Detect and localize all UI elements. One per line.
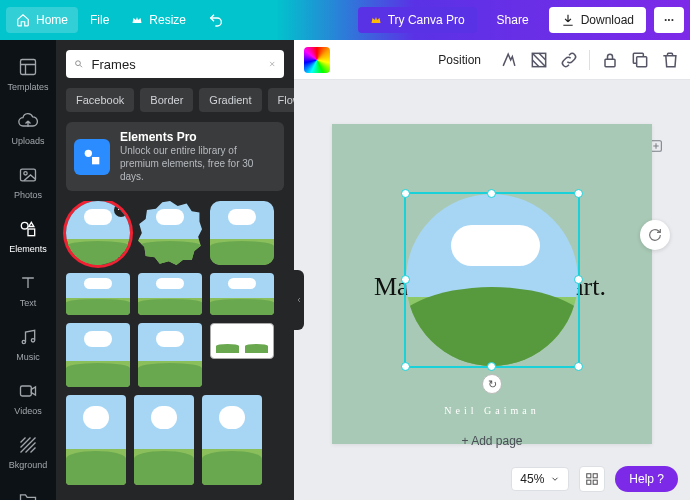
canvas-area: Position Make art. Neil Gaiman: [294, 40, 690, 500]
elements-icon: [17, 218, 39, 240]
elements-panel: Facebook Border Gradient Flowers Element…: [56, 40, 294, 500]
rail-templates[interactable]: Templates: [0, 48, 56, 100]
photos-icon: [17, 164, 39, 186]
frame-blob[interactable]: [138, 201, 202, 265]
lock-icon[interactable]: [600, 50, 620, 70]
rail-folders[interactable]: Folders: [0, 480, 56, 500]
frame-portrait-1[interactable]: [66, 395, 126, 485]
topbar-right: Try Canva Pro Share Download ···: [358, 7, 684, 33]
link-icon[interactable]: [559, 50, 579, 70]
chip-gradient[interactable]: Gradient: [199, 88, 261, 112]
svg-point-3: [21, 222, 28, 229]
chip-flowers[interactable]: Flowers: [268, 88, 294, 112]
search-input[interactable]: [92, 57, 260, 72]
search-box[interactable]: [66, 50, 284, 78]
share-button[interactable]: Share: [485, 7, 541, 33]
frame-rounded-square[interactable]: [210, 201, 274, 265]
download-label: Download: [581, 13, 634, 27]
search-area: [56, 40, 294, 88]
download-button[interactable]: Download: [549, 7, 646, 33]
videos-icon: [17, 380, 39, 402]
frame-portrait-3[interactable]: [202, 395, 262, 485]
crown-icon: [370, 14, 382, 26]
zoom-value: 45%: [520, 472, 544, 486]
undo-button[interactable]: [198, 6, 234, 34]
sync-icon[interactable]: ↻: [482, 374, 502, 394]
rail-elements[interactable]: Elements: [0, 210, 56, 262]
try-pro-button[interactable]: Try Canva Pro: [358, 7, 477, 33]
canvas-author[interactable]: Neil Gaiman: [332, 405, 652, 416]
svg-rect-18: [593, 474, 597, 478]
promo-text: Elements Pro Unlock our entire library o…: [120, 130, 276, 183]
svg-rect-12: [605, 59, 615, 66]
duplicate-icon[interactable]: [630, 50, 650, 70]
item-more-icon[interactable]: ⋯: [114, 203, 128, 217]
rail-label: Bkground: [9, 460, 48, 470]
resize-menu[interactable]: Resize: [121, 7, 196, 33]
promo-subtitle: Unlock our entire library of premium ele…: [120, 144, 276, 183]
resize-handle-s[interactable]: [487, 362, 496, 371]
resize-handle-n[interactable]: [487, 189, 496, 198]
rail-label: Music: [16, 352, 40, 362]
frame-square-1[interactable]: [66, 323, 130, 387]
uploads-icon: [17, 110, 39, 132]
frame-landscape-2[interactable]: [138, 273, 202, 315]
svg-rect-7: [21, 386, 32, 396]
stage[interactable]: Make art. Neil Gaiman: [294, 80, 690, 500]
home-button[interactable]: Home: [6, 7, 78, 33]
resize-handle-se[interactable]: [574, 362, 583, 371]
rail-uploads[interactable]: Uploads: [0, 102, 56, 154]
resize-handle-e[interactable]: [574, 275, 583, 284]
grid-view-button[interactable]: [579, 466, 605, 492]
clear-icon[interactable]: [268, 57, 276, 71]
frame-square-2[interactable]: [138, 323, 202, 387]
folders-icon: [17, 488, 39, 500]
promo-icon: [74, 139, 110, 175]
share-label: Share: [497, 13, 529, 27]
rail-label: Uploads: [11, 136, 44, 146]
delete-icon[interactable]: [660, 50, 680, 70]
resize-handle-sw[interactable]: [401, 362, 410, 371]
chip-border[interactable]: Border: [140, 88, 193, 112]
design-page[interactable]: Make art. Neil Gaiman: [332, 124, 652, 444]
svg-point-5: [22, 340, 25, 343]
selected-frame[interactable]: ↻: [404, 192, 580, 368]
color-swatch[interactable]: [304, 47, 330, 73]
free-badge: FREE: [101, 252, 130, 265]
svg-rect-17: [587, 474, 591, 478]
position-button[interactable]: Position: [430, 49, 489, 71]
home-icon: [16, 13, 30, 27]
chip-facebook[interactable]: Facebook: [66, 88, 134, 112]
svg-rect-19: [587, 480, 591, 484]
help-button[interactable]: Help ?: [615, 466, 678, 492]
rail-label: Photos: [14, 190, 42, 200]
rail-music[interactable]: Music: [0, 318, 56, 370]
rail-text[interactable]: Text: [0, 264, 56, 316]
frame-portrait-2[interactable]: [134, 395, 194, 485]
svg-point-9: [85, 149, 92, 156]
frame-filmstrip[interactable]: [210, 323, 274, 359]
resize-handle-w[interactable]: [401, 275, 410, 284]
autosave-indicator[interactable]: [640, 220, 670, 250]
templates-icon: [17, 56, 39, 78]
file-menu[interactable]: File: [80, 7, 119, 33]
rail-videos[interactable]: Videos: [0, 372, 56, 424]
music-icon: [17, 326, 39, 348]
frame-landscape-3[interactable]: [210, 273, 274, 315]
resize-handle-ne[interactable]: [574, 189, 583, 198]
search-icon: [74, 56, 84, 72]
elements-pro-promo[interactable]: Elements Pro Unlock our entire library o…: [66, 122, 284, 191]
rail-photos[interactable]: Photos: [0, 156, 56, 208]
resize-handle-nw[interactable]: [401, 189, 410, 198]
nav-rail: Templates Uploads Photos Elements Text M…: [0, 40, 56, 500]
zoom-control[interactable]: 45%: [511, 467, 569, 491]
try-pro-label: Try Canva Pro: [388, 13, 465, 27]
add-page-button[interactable]: + Add page: [441, 428, 542, 454]
transparency-icon[interactable]: [529, 50, 549, 70]
footer-controls: 45% Help ?: [511, 466, 678, 492]
frame-circle[interactable]: ⋯ FREE: [66, 201, 130, 265]
rail-bkground[interactable]: Bkground: [0, 426, 56, 478]
more-menu[interactable]: ···: [654, 7, 684, 33]
frame-landscape-1[interactable]: [66, 273, 130, 315]
effects-icon[interactable]: [499, 50, 519, 70]
